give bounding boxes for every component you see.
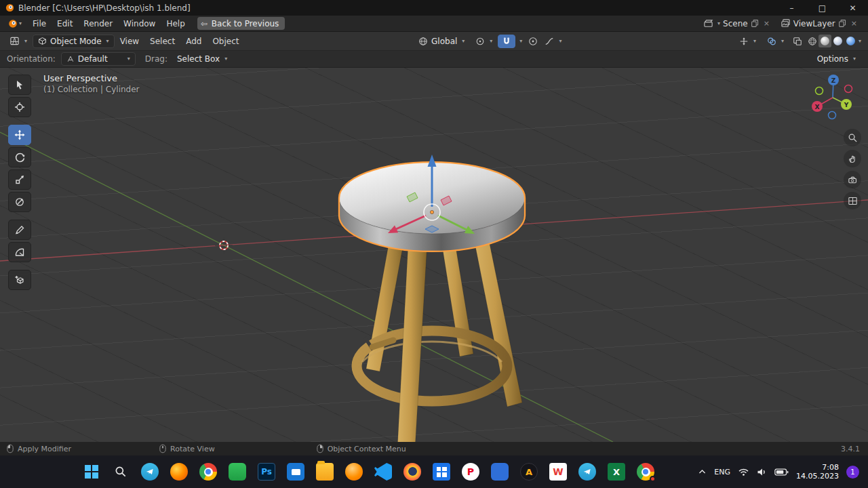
pivot-point-dropdown[interactable]: ▾: [470, 35, 498, 48]
statusbar-mmb-hint: Rotate View: [159, 444, 215, 453]
close-button[interactable]: ✕: [837, 0, 868, 16]
snap-settings-dropdown[interactable]: ▾: [515, 35, 525, 48]
camera-icon: [847, 174, 859, 186]
tool-add-cube[interactable]: [8, 270, 31, 290]
axis-minus-x-handle[interactable]: [845, 85, 852, 93]
menu-help[interactable]: Help: [161, 16, 190, 31]
drag-dropdown[interactable]: Select Box ▾: [172, 52, 233, 66]
battery-icon[interactable]: [774, 468, 789, 476]
taskbar-icon-photoshop[interactable]: Ps: [258, 463, 275, 481]
proportional-editing-button[interactable]: [525, 35, 541, 48]
language-indicator[interactable]: ENG: [714, 468, 730, 476]
taskbar-icon-blue-grid-app[interactable]: [433, 463, 450, 481]
notification-badge[interactable]: 1: [846, 466, 859, 479]
taskbar-icon-file-explorer[interactable]: [316, 463, 334, 481]
3d-scene-canvas[interactable]: [0, 68, 868, 442]
tool-scale[interactable]: [8, 169, 31, 190]
taskbar-icon-vscode[interactable]: [374, 463, 392, 481]
taskbar-icon-green-app[interactable]: [229, 463, 246, 481]
ortho-toggle-button[interactable]: [844, 192, 861, 209]
menu-file[interactable]: File: [27, 16, 52, 31]
axis-minus-z-handle[interactable]: [829, 112, 836, 119]
taskbar-icon-firefox[interactable]: [403, 463, 421, 481]
transform-tool-icon: [14, 197, 25, 207]
taskbar-icon-chrome[interactable]: [199, 463, 217, 481]
taskbar-icon-red-w-app[interactable]: W: [549, 463, 567, 481]
pan-button[interactable]: [844, 150, 861, 167]
proportional-falloff-dropdown[interactable]: ▾: [541, 35, 565, 48]
taskbar-icon-excel[interactable]: X: [608, 463, 625, 481]
wireframe-sphere-icon: [808, 37, 817, 46]
camera-view-button[interactable]: [844, 171, 861, 188]
scene-selector[interactable]: ▾ Scene ×: [703, 18, 771, 28]
menu-window[interactable]: Window: [118, 16, 161, 31]
stool-leg-back-left: [366, 236, 405, 371]
taskbar-icon-telegram[interactable]: [141, 463, 159, 481]
shading-rendered-button[interactable]: [844, 35, 857, 47]
minimize-button[interactable]: –: [776, 0, 807, 16]
menu-add[interactable]: Add: [180, 32, 207, 50]
mode-dropdown[interactable]: Object Mode ▾: [33, 35, 115, 48]
maximize-button[interactable]: □: [807, 0, 837, 16]
taskbar-icon-pinterest[interactable]: P: [462, 463, 479, 481]
menu-view[interactable]: View: [115, 32, 144, 50]
menu-render[interactable]: Render: [78, 16, 118, 31]
new-viewlayer-icon[interactable]: [838, 19, 847, 28]
overlays-icon: [767, 37, 776, 46]
menu-select[interactable]: Select: [144, 32, 180, 50]
editor-type-button[interactable]: ▾: [4, 35, 33, 48]
menu-edit[interactable]: Edit: [52, 16, 78, 31]
overlays-dropdown[interactable]: ▾: [762, 35, 789, 48]
taskbar-icon-search[interactable]: [112, 463, 130, 481]
taskbar-icon-firefox-nightly[interactable]: [170, 463, 188, 481]
snap-toggle-button[interactable]: [498, 35, 515, 48]
orientation-default-dropdown[interactable]: Default ▾: [61, 52, 136, 66]
blender-menu-button[interactable]: ▾: [3, 16, 27, 31]
taskbar-icon-blue-app[interactable]: [491, 463, 509, 481]
shading-material-button[interactable]: [831, 35, 844, 47]
screen-icon: [292, 469, 300, 475]
taskbar-icon-dark-app[interactable]: A: [520, 463, 538, 481]
taskbar-icon-chrome-profile[interactable]: [637, 463, 654, 481]
3d-viewport[interactable]: User Perspective (1) Collection | Cylind…: [0, 68, 868, 442]
menu-object[interactable]: Object: [207, 32, 244, 50]
tray-time: 7:08: [796, 463, 839, 472]
chevron-down-icon: ▾: [853, 56, 856, 62]
tray-chevron-up-icon[interactable]: [698, 468, 707, 476]
gizmos-dropdown[interactable]: ▾: [734, 35, 762, 48]
tool-annotate[interactable]: [8, 220, 31, 240]
clock[interactable]: 7:08 14.05.2023: [796, 463, 839, 481]
transform-orientation-dropdown[interactable]: Global ▾: [413, 35, 470, 48]
taskbar-icon-orange-app[interactable]: [345, 463, 363, 481]
taskbar-icon-start[interactable]: [83, 463, 100, 481]
volume-icon[interactable]: [757, 468, 767, 476]
back-to-previous-button[interactable]: ⇦ Back to Previous: [197, 17, 285, 30]
taskbar-icon-media-app[interactable]: [287, 463, 304, 481]
xray-toggle-button[interactable]: [789, 35, 806, 48]
tool-measure[interactable]: [8, 242, 31, 262]
shading-solid-button[interactable]: [818, 35, 831, 47]
shading-dropdown-icon[interactable]: ▾: [859, 39, 861, 44]
zoom-button[interactable]: [844, 129, 861, 146]
tool-cursor[interactable]: [8, 97, 31, 117]
taskbar-icon-telegram-2[interactable]: [578, 463, 596, 481]
axis-minus-y-handle[interactable]: [816, 87, 823, 95]
unlink-scene-icon[interactable]: ×: [762, 19, 771, 28]
ortho-grid-icon: [847, 195, 859, 207]
tool-transform[interactable]: [8, 192, 31, 212]
shading-wireframe-button[interactable]: [806, 35, 818, 47]
tool-move[interactable]: [8, 125, 31, 145]
viewlayer-selector[interactable]: ViewLayer ×: [781, 18, 859, 28]
tool-rotate[interactable]: [8, 147, 31, 167]
chrome-core: [205, 469, 211, 474]
chevron-down-icon: ▾: [19, 21, 22, 26]
tool-select-box[interactable]: [8, 75, 31, 95]
navigation-gizmo[interactable]: Z X Y: [806, 70, 860, 125]
options-dropdown[interactable]: Options ▾: [812, 52, 861, 66]
remove-viewlayer-icon[interactable]: ×: [850, 19, 859, 28]
chevron-down-icon: ▾: [127, 56, 130, 62]
new-scene-icon[interactable]: [751, 19, 760, 28]
blender-logo-icon: [5, 3, 14, 12]
gizmo-z-arrowhead[interactable]: [428, 155, 437, 167]
wifi-icon[interactable]: [738, 468, 749, 476]
